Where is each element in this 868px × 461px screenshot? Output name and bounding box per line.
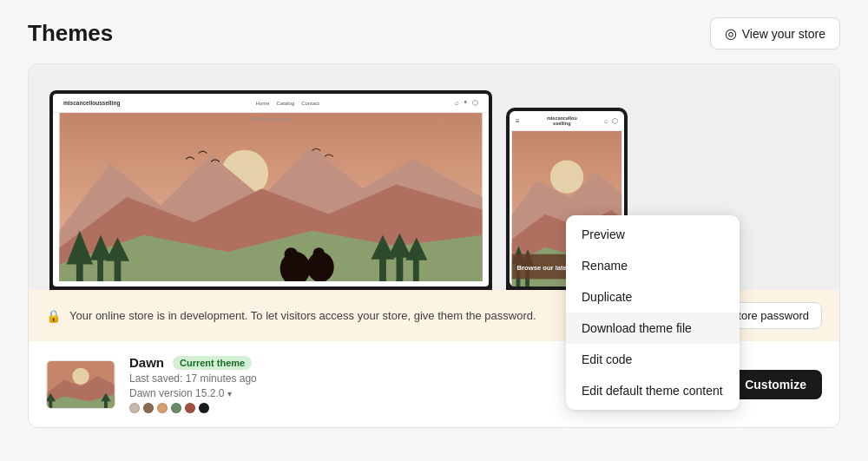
- chevron-down-icon: ▾: [227, 389, 232, 398]
- theme-thumbnail: [46, 360, 115, 409]
- nav-link-catalog: Catalog: [277, 101, 295, 106]
- desktop-screen: miscancellousselling Home Catalog Contac…: [53, 94, 489, 286]
- mobile-logo-line2: sselling: [520, 121, 604, 126]
- welcome-text: Welcome to our store: [250, 116, 291, 122]
- mobile-nav-icons: ⌕ ⬡: [604, 117, 618, 125]
- desktop-nav-icons: ⌕ ⚬ ⬡: [455, 99, 478, 107]
- mobile-nav: ≡ miscancellou sselling ⌕ ⬡: [510, 111, 624, 131]
- page-title: Themes: [28, 20, 113, 47]
- header: Themes ◎ View your store: [0, 0, 868, 63]
- theme-version-text: Dawn version 15.2.0: [129, 387, 224, 399]
- theme-name: Dawn: [129, 355, 164, 370]
- swatch-2: [143, 403, 154, 413]
- dropdown-item-edit-code[interactable]: Edit code: [566, 344, 740, 375]
- eye-icon: ◎: [725, 25, 737, 42]
- svg-point-21: [313, 247, 326, 260]
- dropdown-item-rename[interactable]: Rename: [566, 250, 740, 281]
- mobile-cart-icon: ⬡: [612, 117, 618, 125]
- lock-icon: 🔒: [46, 309, 61, 323]
- mobile-nav-logo: miscancellou sselling: [520, 115, 604, 126]
- dropdown-item-duplicate[interactable]: Duplicate: [566, 281, 740, 313]
- page: Themes ◎ View your store miscancellousse…: [0, 0, 868, 461]
- nav-link-contact: Contact: [301, 101, 319, 106]
- dropdown-item-download[interactable]: Download theme file: [566, 313, 740, 344]
- svg-point-38: [72, 367, 89, 384]
- dropdown-menu: Preview Rename Duplicate Download theme …: [566, 215, 740, 410]
- thumbnail-svg: [47, 361, 115, 408]
- view-store-button[interactable]: ◎ View your store: [710, 17, 840, 49]
- view-store-label: View your store: [742, 27, 825, 41]
- swatch-4: [171, 403, 181, 413]
- swatch-3: [157, 403, 168, 413]
- svg-point-23: [550, 161, 583, 194]
- desktop-nav: miscancellousselling Home Catalog Contac…: [53, 94, 489, 113]
- svg-text:Browse our latest: Browse our latest: [517, 264, 574, 272]
- desktop-nav-links: Home Catalog Contact: [256, 101, 319, 106]
- desktop-hero: Welcome to our store: [53, 113, 489, 281]
- dropdown-item-edit-content[interactable]: Edit default theme content: [566, 375, 740, 406]
- nav-link-home: Home: [256, 101, 270, 106]
- swatch-6: [199, 403, 209, 413]
- landscape-svg: [53, 113, 489, 281]
- current-theme-badge: Current theme: [173, 356, 252, 370]
- desktop-nav-logo: miscancellousselling: [63, 100, 120, 106]
- mobile-search-icon: ⌕: [604, 117, 608, 125]
- swatch-1: [129, 403, 140, 413]
- svg-point-19: [285, 247, 299, 261]
- user-icon: ⚬: [463, 99, 469, 107]
- desktop-mockup: miscancellousselling Home Catalog Contac…: [49, 90, 492, 290]
- customize-button[interactable]: Customize: [729, 370, 822, 399]
- dropdown-item-preview[interactable]: Preview: [566, 219, 740, 250]
- cart-icon: ⬡: [472, 99, 478, 107]
- search-icon: ⌕: [455, 99, 459, 107]
- swatch-5: [185, 403, 195, 413]
